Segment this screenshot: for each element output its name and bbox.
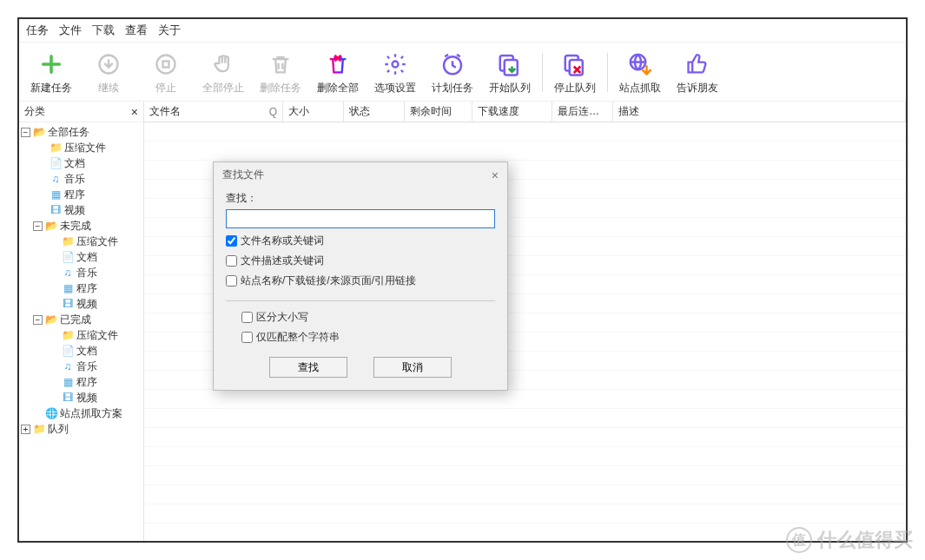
menu-download[interactable]: 下载 <box>92 23 115 38</box>
find-label: 查找： <box>226 191 495 206</box>
site-grab-button[interactable]: 站点抓取 <box>611 48 669 97</box>
watermark: 值 什么值得买 <box>786 527 913 553</box>
search-icon[interactable]: Q <box>269 106 277 118</box>
tree-label: 程序 <box>76 281 97 296</box>
hand-icon <box>211 49 235 79</box>
col-remaining[interactable]: 剩余时间 <box>405 102 472 122</box>
sidebar-close-icon[interactable]: × <box>131 105 138 119</box>
opt-filename-checkbox[interactable] <box>226 235 237 247</box>
category-tree: − 📂 全部任务 📁压缩文件 📄文档 ♫音乐 ▦程序 🎞视频 − 📂 未完成 📁… <box>19 122 143 541</box>
cancel-button[interactable]: 取消 <box>373 357 452 378</box>
svg-rect-2 <box>163 62 169 68</box>
tree-label: 压缩文件 <box>76 234 118 249</box>
folder-open-icon: 📂 <box>44 219 58 233</box>
tree-node-docs[interactable]: 📄文档 <box>19 249 143 265</box>
col-size[interactable]: 大小 <box>283 102 344 122</box>
delete-all-button[interactable]: 删除全部 <box>309 48 367 97</box>
delete-task-button[interactable]: 删除任务 <box>252 48 309 97</box>
collapse-icon[interactable]: − <box>33 315 43 325</box>
collapse-icon[interactable]: − <box>21 128 30 137</box>
document-icon: 📄 <box>49 156 63 170</box>
start-queue-button[interactable]: 开始队列 <box>481 48 538 97</box>
stop-queue-button[interactable]: 停止队列 <box>546 48 604 97</box>
tree-node-music[interactable]: ♫音乐 <box>19 359 143 374</box>
tree-node-video[interactable]: 🎞视频 <box>19 202 143 218</box>
tree-node-docs[interactable]: 📄文档 <box>19 343 143 359</box>
tree-node-compressed[interactable]: 📁压缩文件 <box>19 327 143 343</box>
opt-desc-checkbox[interactable] <box>226 255 237 267</box>
tree-node-programs[interactable]: ▦程序 <box>19 374 143 390</box>
tree-label: 文档 <box>76 344 97 359</box>
find-button[interactable]: 查找 <box>269 357 347 378</box>
menu-file[interactable]: 文件 <box>59 23 82 38</box>
menu-about[interactable]: 关于 <box>158 23 181 38</box>
archive-icon: 📁 <box>49 141 63 155</box>
tree-node-queue[interactable]: + 📁 队列 <box>19 421 143 437</box>
tree-node-unfinished[interactable]: − 📂 未完成 <box>19 218 143 234</box>
tree-node-docs[interactable]: 📄文档 <box>19 155 143 171</box>
music-icon: ♫ <box>49 172 63 186</box>
toolbar: 新建任务 继续 停止 全部停止 删除任务 删除全部 选项设置 计划任务 <box>19 43 906 102</box>
opt-site-checkbox[interactable] <box>226 275 237 287</box>
stop-label: 停止 <box>155 81 176 96</box>
trash-all-icon <box>326 49 350 79</box>
find-input[interactable] <box>226 209 495 228</box>
opt-site-label: 站点名称/下载链接/来源页面/引用链接 <box>241 273 416 288</box>
stop-circle-icon <box>154 49 178 79</box>
tree-node-finished[interactable]: − 📂 已完成 <box>19 312 143 327</box>
menu-task[interactable]: 任务 <box>26 23 49 38</box>
tree-label: 压缩文件 <box>76 328 118 343</box>
tree-label: 视频 <box>64 203 85 218</box>
opt-desc-row[interactable]: 文件描述或关键词 <box>226 254 495 268</box>
opt-case-row[interactable]: 区分大小写 <box>241 310 495 325</box>
trash-icon <box>268 49 293 79</box>
options-button[interactable]: 选项设置 <box>367 48 424 97</box>
document-icon: 📄 <box>61 344 75 358</box>
tree-node-site-plan[interactable]: 🌐 站点抓取方案 <box>19 405 143 421</box>
opt-case-label: 区分大小写 <box>256 310 308 325</box>
column-headers: 文件名Q 大小 状态 剩余时间 下载速度 最后连… 描述 <box>144 102 906 122</box>
sidebar: 分类 × − 📂 全部任务 📁压缩文件 📄文档 ♫音乐 ▦程序 🎞视频 − � <box>19 102 144 541</box>
tree-node-video[interactable]: 🎞视频 <box>19 390 143 405</box>
expand-icon[interactable]: + <box>21 425 30 434</box>
resume-button[interactable]: 继续 <box>80 48 137 97</box>
music-icon: ♫ <box>61 266 75 280</box>
menu-view[interactable]: 查看 <box>125 23 148 38</box>
dialog-titlebar[interactable]: 查找文件 × <box>214 162 507 188</box>
video-icon: 🎞 <box>49 203 63 217</box>
tell-friend-button[interactable]: 告诉朋友 <box>669 48 726 97</box>
col-status[interactable]: 状态 <box>344 102 405 122</box>
opt-case-checkbox[interactable] <box>241 312 253 323</box>
watermark-text: 什么值得买 <box>817 527 913 553</box>
tree-node-music[interactable]: ♫音乐 <box>19 265 143 280</box>
site-grab-label: 站点抓取 <box>619 81 661 96</box>
program-icon: ▦ <box>61 281 75 295</box>
tree-node-programs[interactable]: ▦程序 <box>19 280 143 296</box>
tree-node-compressed[interactable]: 📁压缩文件 <box>19 140 143 155</box>
opt-whole-checkbox[interactable] <box>241 332 253 343</box>
schedule-button[interactable]: 计划任务 <box>424 48 481 97</box>
opt-filename-row[interactable]: 文件名称或关键词 <box>226 234 495 248</box>
opt-whole-row[interactable]: 仅匹配整个字符串 <box>241 330 495 345</box>
toolbar-separator <box>542 53 543 92</box>
tree-node-compressed[interactable]: 📁压缩文件 <box>19 234 143 249</box>
watermark-icon: 值 <box>786 527 812 553</box>
col-desc[interactable]: 描述 <box>613 102 906 122</box>
new-task-button[interactable]: 新建任务 <box>23 48 80 97</box>
tree-node-programs[interactable]: ▦程序 <box>19 187 143 202</box>
col-filename[interactable]: 文件名Q <box>144 102 283 122</box>
tree-label: 音乐 <box>76 359 97 374</box>
toolbar-separator <box>607 53 608 92</box>
stop-button[interactable]: 停止 <box>137 48 195 97</box>
collapse-icon[interactable]: − <box>33 221 43 231</box>
tree-node-music[interactable]: ♫音乐 <box>19 171 143 187</box>
col-last[interactable]: 最后连… <box>552 102 613 122</box>
col-speed[interactable]: 下载速度 <box>472 102 552 122</box>
stop-all-button[interactable]: 全部停止 <box>195 48 252 97</box>
opt-site-row[interactable]: 站点名称/下载链接/来源页面/引用链接 <box>226 273 495 288</box>
tree-node-video[interactable]: 🎞视频 <box>19 296 143 312</box>
options-label: 选项设置 <box>374 81 416 96</box>
tree-label: 文档 <box>76 250 97 265</box>
dialog-close-icon[interactable]: × <box>492 168 499 182</box>
tree-node-all-tasks[interactable]: − 📂 全部任务 <box>19 124 143 140</box>
